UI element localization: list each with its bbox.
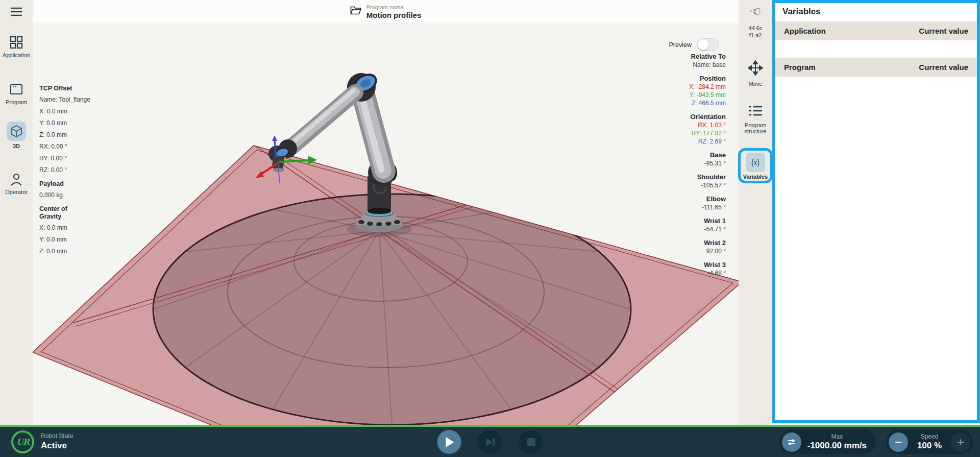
speed-pill: − Speed 100 % + <box>886 430 973 454</box>
position-x: X: -284.2 mm <box>639 83 726 91</box>
tcp-ry: RY: 0.00 ° <box>39 155 105 162</box>
current-value-header: Current value <box>919 27 968 35</box>
sidebar-item-label: Operator <box>5 189 27 195</box>
list-icon <box>748 105 763 119</box>
toggle-knob <box>698 39 708 50</box>
section-name: Application <box>784 27 826 35</box>
stop-icon <box>526 438 535 447</box>
variables-panel: Variables Application Current value Prog… <box>772 0 980 423</box>
variables-panel-title: Variables <box>775 3 977 21</box>
payload-value: 0.000 kg <box>39 191 105 199</box>
play-icon <box>444 437 454 448</box>
max-speed-pill: Max -1000.00 mm/s <box>779 430 876 454</box>
menu-button[interactable] <box>7 4 26 20</box>
variables-label: Variables <box>743 174 768 180</box>
sliders-icon <box>787 437 797 447</box>
variables-section-program[interactable]: Program Current value <box>775 58 977 77</box>
position-z: Z: 466.5 mm <box>639 99 726 107</box>
cog-x: X: 0.0 mm <box>39 224 105 232</box>
application-grid-icon <box>10 36 23 49</box>
speed-increase-button[interactable]: + <box>951 432 970 452</box>
joint-wrist2: Wrist 2 92.00 ° <box>639 239 726 255</box>
payload-title: Payload <box>39 180 105 188</box>
robot-state-label: Robot State <box>41 432 73 440</box>
tcp-rz: RZ: 0.00 ° <box>39 166 105 174</box>
program-structure-label: Program structure <box>741 122 770 134</box>
joint-elbow: Elbow -111.65 ° <box>639 195 726 211</box>
preview-row: Preview <box>669 38 719 51</box>
max-value: -1000.00 mm/s <box>807 441 867 451</box>
max-label: Max <box>831 433 843 440</box>
three-d-viewport[interactable]: TCP Offset Name: Tool_flange X: 0.0 mm Y… <box>33 24 739 425</box>
joint-base: Base -95.31 ° <box>639 151 726 167</box>
stop-button[interactable] <box>519 430 543 454</box>
left-sidebar: Application Program 3D <box>0 0 33 425</box>
orientation-ry: RY: 177.82 ° <box>639 129 726 137</box>
program-structure-button[interactable]: Program structure <box>739 105 772 134</box>
minus-icon: − <box>895 436 902 448</box>
freedrive-button[interactable]: ☜ <box>739 5 772 18</box>
current-value-header: Current value <box>919 63 968 71</box>
robot-3d-scene <box>33 24 739 425</box>
operator-person-icon <box>10 173 23 186</box>
page-title: Motion profiles <box>366 11 422 19</box>
robot-state-value: Active <box>41 440 73 451</box>
program-title-group[interactable]: Program name Motion profiles <box>350 4 422 19</box>
app-root: Application Program 3D <box>0 0 980 457</box>
orientation-title: Orientation <box>639 113 726 121</box>
relative-to-title: Relative To <box>639 53 726 61</box>
topbar: Program name Motion profiles <box>33 0 739 24</box>
speed-controls: Max -1000.00 mm/s − Speed 100 % + <box>779 430 973 454</box>
robot-state-group[interactable]: UR Robot State Active <box>11 430 73 453</box>
joint-shoulder: Shoulder -105.57 ° <box>639 173 726 189</box>
tcp-rx: RX: 0.00 ° <box>39 143 105 151</box>
sidebar-item-program[interactable]: Program <box>0 83 33 105</box>
tcp-y: Y: 0.0 mm <box>39 119 105 127</box>
variables-section-application[interactable]: Application Current value <box>775 21 977 40</box>
pose-panel: Relative To Name: base Position X: -284.… <box>639 53 726 283</box>
position-y: Y: -943.5 mm <box>639 91 726 99</box>
tcp-offset-title: TCP Offset <box>39 85 105 92</box>
move-tool-button[interactable]: Move <box>739 60 772 87</box>
joint-wrist3: Wrist 3 -4.68 ° <box>639 261 726 277</box>
section-name: Program <box>784 63 816 71</box>
program-name-label: Program name <box>366 4 422 11</box>
tcp-z: Z: 0.0 mm <box>39 131 105 139</box>
speed-settings-button[interactable] <box>782 432 801 452</box>
tcp-name: Name: Tool_flange <box>39 96 105 104</box>
sidebar-item-label: Program <box>6 99 27 105</box>
cog-y: Y: 0.0 mm <box>39 236 105 244</box>
preview-label: Preview <box>669 41 692 49</box>
tcp-offset-panel: TCP Offset Name: Tool_flange X: 0.0 mm Y… <box>39 85 105 259</box>
preview-toggle[interactable] <box>697 38 719 51</box>
hand-icon: ☜ <box>748 4 763 19</box>
relative-to-name: Name: base <box>639 61 726 69</box>
sidebar-item-3d[interactable]: 3D <box>0 122 33 149</box>
cog-z: Z: 0.0 mm <box>39 248 105 255</box>
step-button[interactable] <box>478 430 502 454</box>
hamburger-icon <box>10 6 23 17</box>
skip-icon <box>484 437 496 447</box>
folder-icon <box>350 6 361 17</box>
sidebar-item-label: Application <box>3 52 30 58</box>
play-button[interactable] <box>437 430 461 454</box>
speed-decrease-button[interactable]: − <box>889 432 908 452</box>
tcp-x: X: 0.0 mm <box>39 108 105 115</box>
program-window-icon <box>10 83 23 96</box>
plus-icon: + <box>957 436 964 448</box>
right-toolbar: ☜ 44 6c f1 a2 Move <box>739 0 772 425</box>
ur-logo: UR <box>11 430 34 453</box>
variables-tab[interactable]: {x} Variables <box>739 148 772 183</box>
move-label: Move <box>749 81 763 87</box>
variables-icon: {x} <box>746 153 765 172</box>
hex-id-display: 44 6c f1 a2 <box>739 25 772 39</box>
hex-line-1: 44 6c <box>749 25 763 32</box>
variables-selected-ring: {x} Variables <box>738 148 773 183</box>
transport-controls <box>437 430 543 454</box>
sidebar-item-application[interactable]: Application <box>0 36 33 58</box>
speed-label: Speed <box>921 433 939 440</box>
bottom-bar: UR Robot State Active <box>0 425 980 457</box>
orientation-rz: RZ: 2.69 ° <box>639 137 726 146</box>
cube-3d-icon <box>7 122 26 141</box>
sidebar-item-operator[interactable]: Operator <box>0 173 33 195</box>
